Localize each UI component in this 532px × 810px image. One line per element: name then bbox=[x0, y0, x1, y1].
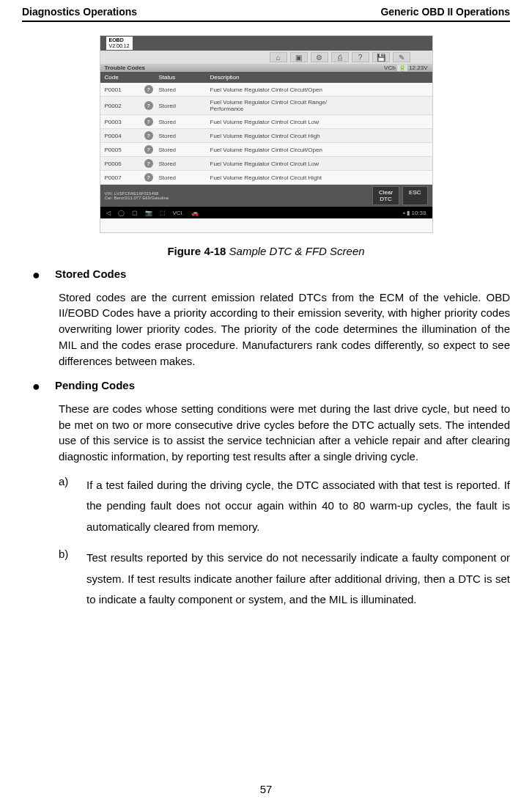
android-nav-icons: ◁ ◯ ▢ 📷 ⬚ VCI. 🚗 bbox=[106, 210, 199, 216]
col-status-header: Status bbox=[159, 74, 210, 81]
header-left: Diagnostics Operations bbox=[22, 6, 137, 18]
esc-button[interactable]: ESC bbox=[402, 186, 427, 205]
android-home-icon[interactable]: ◯ bbox=[118, 210, 125, 216]
table-row[interactable]: P0004?StoredFuel Volume Regulator Cintro… bbox=[100, 129, 432, 143]
pending-item-a: a) If a test failed during the driving c… bbox=[59, 475, 510, 538]
figure-title: Sample DTC & FFD Screen bbox=[229, 245, 365, 257]
figure-label: Figure 4-18 bbox=[167, 245, 226, 257]
table-row[interactable]: P0001?StoredFuel Volume Regulator Cintro… bbox=[100, 83, 432, 97]
edit-icon[interactable]: ✎ bbox=[393, 52, 410, 62]
dtc-description: Fuel Volume Regulator Cintrol Circuit Lo… bbox=[210, 119, 432, 125]
app-window-bar: EOBD V2.00.12 bbox=[100, 36, 432, 51]
android-nav-bar: ◁ ◯ ▢ 📷 ⬚ VCI. 🚗 ▪ ▮ 10:38 bbox=[100, 207, 432, 218]
info-icon[interactable]: ? bbox=[144, 173, 153, 182]
table-row[interactable]: P0003?StoredFuel Volume Regulator Cintro… bbox=[100, 115, 432, 129]
android-back-icon[interactable]: ◁ bbox=[106, 210, 111, 216]
info-icon-cell[interactable]: ? bbox=[144, 101, 159, 110]
app-toolbar: ⌂ ▣ ⚙ ⎙ ? 💾 ✎ bbox=[100, 51, 432, 64]
info-icon-cell[interactable]: ? bbox=[144, 159, 159, 168]
info-icon[interactable]: ? bbox=[144, 159, 153, 168]
pending-item-b-text: Test results reported by this service do… bbox=[86, 548, 510, 611]
info-icon[interactable]: ? bbox=[144, 85, 153, 94]
info-icon-cell[interactable]: ? bbox=[144, 85, 159, 94]
app-footer: VIN: LVSFCFAE16F015498 Car: Benz/211.077… bbox=[100, 185, 432, 207]
header-right: Generic OBD II Operations bbox=[380, 6, 510, 18]
android-time: ▪ ▮ 10:38 bbox=[403, 210, 426, 216]
table-row[interactable]: P0002?StoredFuel Volume Regulator Cintro… bbox=[100, 97, 432, 115]
home-icon[interactable]: ⌂ bbox=[270, 52, 287, 62]
dtc-code: P0004 bbox=[100, 133, 144, 139]
dtc-code: P0002 bbox=[100, 103, 144, 109]
list-marker-b: b) bbox=[59, 548, 86, 611]
dtc-code: P0006 bbox=[100, 161, 144, 167]
info-icon-cell[interactable]: ? bbox=[144, 173, 159, 182]
figure-caption: Figure 4-18 Sample DTC & FFD Screen bbox=[22, 245, 510, 257]
dtc-description: Fuel Volume Regulator Cintrol Circuit Hi… bbox=[210, 174, 432, 181]
page-number: 57 bbox=[22, 783, 510, 795]
pending-item-b: b) Test results reported by this service… bbox=[59, 548, 510, 611]
dtc-description: Fuel Volume Regulator Cintrol Circuit Lo… bbox=[210, 161, 432, 167]
table-row[interactable]: P0007?StoredFuel Volume Regulator Cintro… bbox=[100, 171, 432, 185]
pending-codes-body: These are codes whose setting conditions… bbox=[59, 401, 510, 465]
dtc-code: P0003 bbox=[100, 119, 144, 125]
dtc-code: P0001 bbox=[100, 86, 144, 93]
android-app-icon[interactable]: ⬚ bbox=[160, 210, 166, 216]
app-version: V2.00.12 bbox=[109, 43, 130, 49]
stored-codes-body: Stored codes are the current emission re… bbox=[59, 290, 510, 369]
dtc-code: P0005 bbox=[100, 147, 144, 153]
dtc-status: Stored bbox=[159, 174, 210, 181]
back-icon[interactable]: ▣ bbox=[290, 52, 308, 62]
info-icon-cell[interactable]: ? bbox=[144, 145, 159, 154]
vehicle-info: VIN: LVSFCFAE16F015498 Car: Benz/211.077… bbox=[105, 191, 169, 200]
info-icon[interactable]: ? bbox=[144, 131, 153, 140]
app-title: EOBD V2.00.12 bbox=[106, 37, 133, 49]
pending-codes-heading: Pending Codes bbox=[55, 379, 135, 395]
voltage-display: VCb 🔋 12.23V bbox=[384, 65, 427, 71]
footer-button-group: Clear DTC ESC bbox=[372, 186, 428, 205]
info-icon[interactable]: ? bbox=[144, 117, 153, 126]
stored-codes-heading: Stored Codes bbox=[55, 268, 127, 284]
save-icon[interactable]: 💾 bbox=[372, 52, 390, 62]
help-icon[interactable]: ? bbox=[352, 52, 369, 62]
col-desc-header: Description bbox=[210, 74, 432, 81]
dtc-description: Fuel Volume Regulator Cintrol Circuit/Op… bbox=[210, 147, 432, 153]
bullet-icon: ● bbox=[32, 268, 40, 284]
dtc-status: Stored bbox=[159, 133, 210, 139]
dtc-table-body: P0001?StoredFuel Volume Regulator Cintro… bbox=[100, 83, 432, 185]
trouble-title: Trouble Codes bbox=[105, 65, 146, 71]
dtc-status: Stored bbox=[159, 86, 210, 93]
header-divider bbox=[22, 21, 510, 22]
page-header: Diagnostics Operations Generic OBD II Op… bbox=[22, 6, 510, 18]
dtc-status: Stored bbox=[159, 103, 210, 109]
vci-icon: VCI. bbox=[173, 210, 185, 216]
settings-icon[interactable]: ⚙ bbox=[311, 52, 328, 62]
app-screenshot: EOBD V2.00.12 ⌂ ▣ ⚙ ⎙ ? 💾 ✎ Trouble Code… bbox=[100, 35, 433, 233]
dtc-table-header: Code Status Description bbox=[100, 72, 432, 83]
dtc-description: Fuel Volume Regulator Cintrol Circuit/Op… bbox=[210, 86, 432, 93]
dtc-status: Stored bbox=[159, 119, 210, 125]
list-marker-a: a) bbox=[59, 475, 86, 538]
stored-codes-bullet: ● Stored Codes bbox=[32, 268, 510, 284]
info-icon[interactable]: ? bbox=[144, 101, 153, 110]
android-camera-icon[interactable]: 📷 bbox=[145, 210, 152, 216]
table-row[interactable]: P0006?StoredFuel Volume Regulator Cintro… bbox=[100, 157, 432, 171]
col-code-header: Code bbox=[100, 74, 144, 81]
dtc-status: Stored bbox=[159, 147, 210, 153]
info-icon-cell[interactable]: ? bbox=[144, 131, 159, 140]
trouble-codes-header: Trouble Codes VCb 🔋 12.23V bbox=[100, 64, 432, 72]
dtc-description: Fuel Volume Regulator Cintrol Circuit Ra… bbox=[210, 99, 432, 112]
info-icon[interactable]: ? bbox=[144, 145, 153, 154]
android-recent-icon[interactable]: ▢ bbox=[132, 210, 138, 216]
table-row[interactable]: P0005?StoredFuel Volume Regulator Cintro… bbox=[100, 143, 432, 157]
car-icon[interactable]: 🚗 bbox=[191, 210, 199, 216]
bullet-icon: ● bbox=[32, 379, 40, 395]
pending-codes-bullet: ● Pending Codes bbox=[32, 379, 510, 395]
clear-dtc-button[interactable]: Clear DTC bbox=[372, 186, 399, 205]
dtc-status: Stored bbox=[159, 161, 210, 167]
print-icon[interactable]: ⎙ bbox=[331, 52, 349, 62]
pending-item-a-text: If a test failed during the driving cycl… bbox=[86, 475, 510, 538]
app-name: EOBD bbox=[109, 37, 130, 43]
dtc-description: Fuel Volume Regulator Cintrol Circuit Hi… bbox=[210, 133, 432, 139]
info-icon-cell[interactable]: ? bbox=[144, 117, 159, 126]
dtc-code: P0007 bbox=[100, 174, 144, 181]
